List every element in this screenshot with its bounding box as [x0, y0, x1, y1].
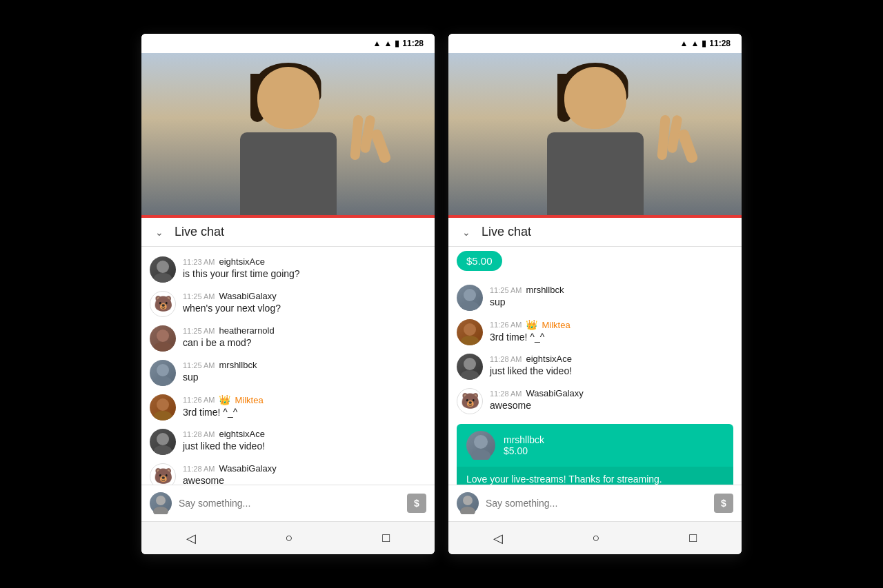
svg-point-3	[154, 342, 172, 352]
svg-point-13	[461, 301, 479, 311]
message-content: 11:28 AM WasabiGalaxy awesome	[183, 463, 426, 485]
list-item: 🐻 11:28 AM WasabiGalaxy awesome	[448, 384, 742, 418]
person-head-left	[257, 67, 319, 129]
message-content: 11:28 AM eightsixAce just liked the vide…	[183, 429, 426, 452]
chevron-down-icon-left[interactable]: ⌄	[152, 225, 166, 239]
live-chat-title-left: Live chat	[175, 225, 224, 239]
message-content: 11:26 AM 👑 Milktea 3rd time! ^_^	[490, 319, 733, 343]
svg-point-20	[463, 496, 473, 505]
super-chat-avatar	[466, 431, 495, 460]
message-time: 11:25 AM	[490, 286, 522, 294]
message-username: mrshllbck	[526, 285, 564, 295]
avatar	[150, 394, 176, 420]
message-text: sup	[490, 296, 733, 307]
video-area-right	[448, 53, 742, 215]
crown-icon-right: 👑	[526, 319, 537, 330]
message-username: eightsixAce	[526, 354, 571, 364]
video-bg-left	[141, 53, 435, 215]
message-text: 3rd time! ^_^	[490, 332, 733, 343]
svg-point-1	[154, 273, 172, 283]
recent-button-right[interactable]: □	[689, 531, 697, 545]
list-item: 🐻 11:28 AM WasabiGalaxy awesome	[141, 459, 435, 485]
chat-input-area-right: $	[448, 485, 742, 521]
video-area-left	[141, 53, 435, 215]
wasabi-bear-icon: 🐻	[154, 467, 172, 485]
super-chat-message: Love your live-streams! Thanks for strea…	[457, 467, 733, 485]
message-content: 11:26 AM 👑 Milktea 3rd time! ^_^	[183, 394, 426, 418]
chat-input-left[interactable]	[179, 498, 400, 509]
message-time: 11:25 AM	[183, 361, 215, 369]
svg-point-15	[461, 336, 479, 345]
message-meta: 11:26 AM 👑 Milktea	[183, 394, 426, 405]
svg-point-11	[153, 507, 168, 514]
message-username: Milktea	[542, 320, 570, 330]
list-item: 11:25 AM mrshllbck sup	[141, 356, 435, 390]
message-text: awesome	[183, 475, 426, 485]
battery-icon-right: ▮	[702, 39, 706, 48]
live-chat-header-right[interactable]: ⌄ Live chat	[448, 218, 742, 247]
message-meta: 11:23 AM eightsixAce	[183, 256, 426, 267]
signal-icon-right: ▲	[691, 39, 699, 48]
message-content: 11:25 AM WasabiGalaxy when's your next v…	[183, 291, 426, 314]
super-chat-info: mrshllbck $5.00	[504, 434, 544, 456]
message-meta: 11:28 AM eightsixAce	[183, 429, 426, 439]
time-left: 11:28	[402, 39, 424, 48]
message-username: Milktea	[235, 395, 263, 405]
chat-messages-right[interactable]: 11:25 AM mrshllbck sup 11:26 AM 👑 Milkte…	[448, 275, 742, 485]
recent-button-left[interactable]: □	[382, 531, 390, 545]
svg-point-16	[464, 358, 476, 370]
avatar	[457, 319, 483, 345]
svg-point-21	[460, 507, 475, 514]
chat-input-right[interactable]	[486, 498, 707, 509]
message-time: 11:28 AM	[183, 465, 215, 473]
message-username: eightsixAce	[219, 429, 264, 439]
chevron-down-icon-right[interactable]: ⌄	[459, 225, 473, 239]
status-bar-left: ▲ ▲ ▮ 11:28	[141, 34, 435, 53]
svg-point-18	[474, 435, 488, 449]
svg-point-0	[157, 261, 169, 273]
status-bar-right: ▲ ▲ ▮ 11:28	[448, 34, 742, 53]
avatar	[150, 360, 176, 386]
message-time: 11:28 AM	[490, 389, 522, 398]
list-item: 11:25 AM mrshllbck sup	[448, 281, 742, 315]
person-head-right	[564, 67, 626, 129]
avatar	[150, 325, 176, 352]
home-button-left[interactable]: ○	[286, 531, 293, 545]
message-time: 11:25 AM	[183, 292, 215, 301]
chat-messages-left[interactable]: 11:23 AM eightsixAce is this your first …	[141, 247, 435, 485]
message-meta: 11:25 AM mrshllbck	[183, 360, 426, 370]
super-chat-top: mrshllbck $5.00	[457, 424, 733, 467]
message-time: 11:28 AM	[183, 430, 215, 438]
message-text: is this your first time going?	[183, 268, 426, 279]
super-chat-badge[interactable]: $5.00	[448, 247, 742, 275]
wasabi-bear-icon-right: 🐻	[461, 392, 479, 410]
message-time: 11:23 AM	[183, 258, 215, 266]
message-meta: 11:28 AM WasabiGalaxy	[183, 463, 426, 474]
list-item: 11:26 AM 👑 Milktea 3rd time! ^_^	[448, 315, 742, 349]
wifi-icon: ▲	[373, 39, 381, 48]
message-username: mrshllbck	[219, 360, 257, 370]
svg-point-17	[461, 370, 479, 380]
list-item: 11:26 AM 👑 Milktea 3rd time! ^_^	[141, 390, 435, 425]
svg-point-6	[157, 398, 169, 411]
message-text: sup	[183, 372, 426, 383]
list-item: 11:23 AM eightsixAce is this your first …	[141, 252, 435, 287]
super-chat-username: mrshllbck	[504, 434, 544, 445]
super-chat-button-left[interactable]: $	[407, 494, 426, 513]
back-button-left[interactable]: ◁	[186, 531, 196, 546]
super-chat-button-right[interactable]: $	[714, 494, 733, 513]
list-item: 11:28 AM eightsixAce just liked the vide…	[448, 349, 742, 384]
home-button-right[interactable]: ○	[593, 531, 600, 545]
avatar	[150, 429, 176, 455]
message-text: awesome	[490, 400, 733, 411]
avatar: 🐻	[457, 388, 483, 414]
status-icons-left: ▲ ▲ ▮ 11:28	[373, 39, 424, 48]
list-item: 🐻 11:25 AM WasabiGalaxy when's your next…	[141, 287, 435, 321]
wasabi-bear-icon: 🐻	[154, 295, 172, 313]
message-content: 11:23 AM eightsixAce is this your first …	[183, 256, 426, 279]
crown-icon: 👑	[219, 394, 230, 405]
live-chat-title-right: Live chat	[482, 225, 531, 239]
message-content: 11:25 AM heatherarnold can i be a mod?	[183, 325, 426, 348]
back-button-right[interactable]: ◁	[493, 531, 503, 546]
live-chat-header-left[interactable]: ⌄ Live chat	[141, 218, 435, 247]
